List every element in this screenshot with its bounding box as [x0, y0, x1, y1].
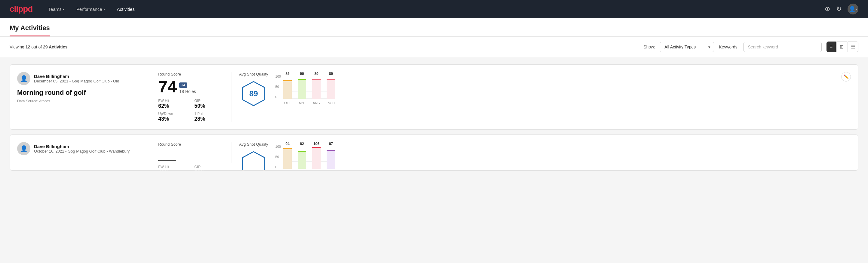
- view-buttons: ≡ ⊞ ☰: [827, 41, 858, 52]
- bar-bg: [298, 79, 306, 99]
- card-left: 👤 Dave Billingham December 05, 2021 - Go…: [17, 72, 144, 103]
- filter-bar-right: Show: All Activity Types Keywords: ≡ ⊞ ☰: [643, 41, 858, 52]
- page-title-wrap: My Activities: [10, 18, 50, 36]
- bar-bg: [312, 80, 320, 99]
- user-date: October 16, 2021 - Gog Magog Golf Club -…: [34, 149, 130, 153]
- filter-bar: Viewing 12 out of 29 Activities Show: Al…: [0, 37, 868, 57]
- divider: [151, 72, 151, 122]
- y-axis: 100 50 0: [276, 145, 282, 171]
- nav-teams[interactable]: Teams ▾: [47, 4, 65, 14]
- page-header: My Activities: [0, 18, 868, 37]
- keywords-label: Keywords:: [719, 45, 738, 49]
- stat-grid: FW Hit 62% GIR 50% Up/Down 43% 1 Putt 28…: [158, 99, 224, 122]
- activity-card: 👤 Dave Billingham October 16, 2021 - Gog…: [10, 135, 858, 171]
- activity-type-select[interactable]: All Activity Types: [660, 42, 714, 52]
- bar-container: [312, 77, 320, 99]
- score-value: 74: [158, 78, 177, 95]
- divider: [151, 142, 151, 163]
- bar-top: [312, 80, 320, 80]
- card-left: 👤 Dave Billingham October 16, 2021 - Gog…: [17, 142, 144, 159]
- person-icon: 👤: [20, 75, 28, 82]
- activity-title: Morning round of golf: [17, 89, 144, 96]
- bar-chart-section: 100 50 0 85: [276, 75, 834, 105]
- hexagon-wrap: Avg Shot Quality 89: [239, 72, 268, 107]
- user-name: Dave Billingham: [34, 74, 119, 79]
- person-icon: 👤: [20, 145, 28, 152]
- data-source: Data Source: Arccos: [17, 99, 144, 103]
- bar-container: [283, 77, 292, 99]
- hexagon-wrap: Avg Shot Quality: [239, 142, 268, 171]
- bar-chart: 85 OTT 90: [283, 78, 335, 105]
- bar-arg: 89 ARG: [312, 71, 320, 105]
- bar-top: [298, 79, 306, 80]
- show-label: Show:: [643, 45, 655, 49]
- gir-stat: GIR 50%: [194, 99, 224, 109]
- bar-container: [327, 77, 335, 99]
- round-score-label: Round Score: [158, 142, 224, 147]
- hexagon: 89: [240, 80, 267, 107]
- divider: [231, 72, 232, 122]
- add-icon[interactable]: ⊕: [825, 5, 830, 13]
- list-detail-view-button[interactable]: ☰: [847, 41, 858, 52]
- bar-putt: 89 PUTT: [327, 71, 335, 105]
- card-stats: Round Score FW Hit 43% GIR 56%: [158, 142, 224, 171]
- search-input[interactable]: [743, 42, 822, 52]
- score-row: 74 +4 18 Holes: [158, 78, 224, 95]
- user-row: 👤 Dave Billingham October 16, 2021 - Gog…: [17, 142, 144, 155]
- score-badge: +4: [179, 83, 187, 88]
- nav-activities[interactable]: Activities: [116, 4, 136, 14]
- bar-container: [298, 77, 306, 99]
- quality-score: 89: [249, 89, 258, 98]
- bar-app: 90 APP: [298, 71, 306, 105]
- user-info: Dave Billingham December 05, 2021 - Gog …: [34, 74, 119, 83]
- refresh-icon[interactable]: ↻: [836, 5, 841, 13]
- bar-arg: 106 ARG: [312, 142, 320, 171]
- activities-list: 👤 Dave Billingham December 05, 2021 - Go…: [0, 57, 868, 178]
- page-title: My Activities: [10, 24, 50, 32]
- hexagon: [240, 150, 267, 171]
- holes-text: 18 Holes: [179, 89, 196, 94]
- user-info: Dave Billingham October 16, 2021 - Gog M…: [34, 144, 130, 153]
- grid-view-button[interactable]: ⊞: [836, 41, 847, 52]
- user-date: December 05, 2021 - Gog Magog Golf Club …: [34, 79, 119, 83]
- divider: [231, 142, 232, 163]
- fw-hit-stat: FW Hit 43%: [158, 165, 188, 171]
- bar-putt: 87 PUTT: [327, 142, 335, 171]
- stat-grid: FW Hit 43% GIR 56%: [158, 165, 224, 171]
- oneputt-stat: 1 Putt 28%: [194, 112, 224, 122]
- bar-chart-section: 100 50 0 94: [276, 145, 851, 171]
- score-row: [158, 148, 224, 161]
- avatar: 👤: [17, 142, 30, 155]
- chevron-down-icon: ▾: [103, 7, 105, 11]
- edit-button[interactable]: ✏️: [841, 72, 851, 82]
- nav-performance[interactable]: Performance ▾: [75, 4, 106, 14]
- updown-stat: Up/Down 43%: [158, 112, 188, 122]
- gir-stat: GIR 56%: [194, 165, 224, 171]
- bar-chart: 94 OTT 82: [283, 148, 335, 171]
- user-name: Dave Billingham: [34, 144, 130, 149]
- score-value: [158, 148, 176, 161]
- bar-bg: [283, 80, 292, 99]
- y-axis: 100 50 0: [276, 75, 282, 105]
- avatar-chevron: ▾: [856, 7, 858, 11]
- list-compact-view-button[interactable]: ≡: [827, 41, 836, 52]
- bar-top: [283, 80, 292, 81]
- card-stats: Round Score 74 +4 18 Holes FW Hit 62% GI…: [158, 72, 224, 122]
- bar-bg: [327, 80, 335, 99]
- svg-marker-1: [242, 152, 265, 171]
- avatar: 👤: [17, 72, 30, 85]
- avg-shot-quality-label: Avg Shot Quality: [239, 142, 268, 147]
- card-quality: Avg Shot Quality 89 100 50 0: [239, 72, 851, 107]
- avatar-icon: 👤: [849, 6, 856, 12]
- grid-line-top: [283, 78, 335, 78]
- chevron-down-icon: ▾: [63, 7, 64, 11]
- avg-shot-quality-label: Avg Shot Quality: [239, 72, 268, 77]
- navbar-right: ⊕ ↻ 👤 ▾: [825, 4, 858, 14]
- grid-line: [283, 148, 335, 148]
- avatar[interactable]: 👤 ▾: [847, 4, 858, 14]
- round-score-label: Round Score: [158, 72, 224, 77]
- fw-hit-stat: FW Hit 62%: [158, 99, 188, 109]
- activity-type-select-wrap: All Activity Types: [660, 42, 714, 52]
- viewing-text: Viewing 12 out of 29 Activities: [10, 45, 67, 49]
- bar-ott: 85 OTT: [283, 71, 292, 105]
